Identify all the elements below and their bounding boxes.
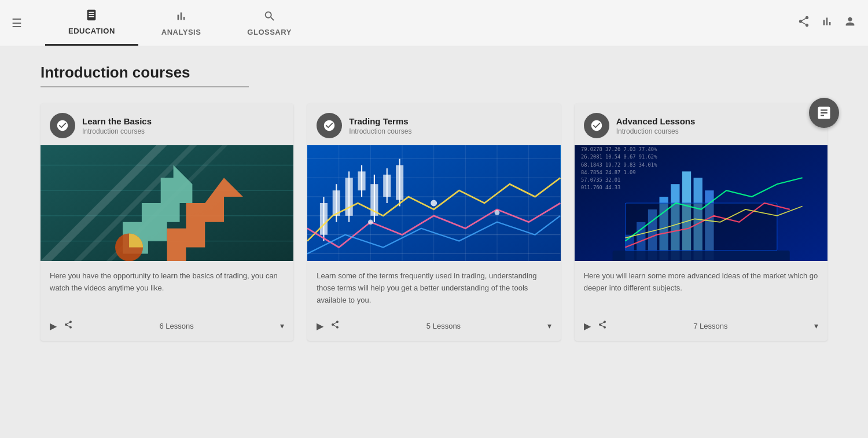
card-footer-basics: ▶ 6 Lessons ▾ [41, 313, 293, 341]
chevron-basics[interactable]: ▾ [280, 321, 284, 330]
card-subtitle-basics: Introduction courses [82, 127, 152, 135]
card-image-trading [307, 145, 560, 261]
card-info-basics: Learn the Basics Introduction courses [82, 116, 152, 135]
tab-analysis[interactable]: ANALYSIS [138, 0, 225, 46]
card-title-trading: Trading Terms [349, 116, 411, 126]
card-body-trading: Learn some of the terms frequently used … [307, 261, 560, 313]
card-info-advanced: Advanced Lessons Introduction courses [616, 116, 696, 135]
main-content: Introduction courses Learn the Basics In… [0, 46, 868, 438]
svg-point-39 [431, 200, 437, 207]
lessons-count-advanced: 7 Lessons [614, 322, 807, 330]
card-body-advanced: Here you will learn some more advanced i… [575, 261, 827, 313]
card-footer-trading: ▶ 5 Lessons ▾ [307, 313, 560, 341]
svg-point-41 [495, 210, 500, 215]
lessons-count-basics: 6 Lessons [80, 322, 273, 330]
card-trading-terms: Trading Terms Introduction courses [307, 104, 560, 341]
card-header-basics: Learn the Basics Introduction courses [41, 104, 293, 145]
section-divider [41, 86, 249, 87]
filter-icon[interactable]: ☰ [12, 16, 22, 30]
card-icon-advanced [584, 113, 609, 138]
glossary-icon [263, 10, 276, 25]
analysis-icon [175, 10, 187, 25]
share-button-trading[interactable] [330, 320, 340, 332]
svg-text:68.1843  19.72  9.83  34.01%: 68.1843 19.72 9.83 34.01% [581, 162, 657, 168]
svg-text:79.0278  37.26  7.03  77.40%: 79.0278 37.26 7.03 77.40% [581, 146, 657, 152]
header: ☰ EDUCATION ANALYSIS GLOSSARY [0, 0, 868, 46]
card-image-basics [41, 145, 293, 261]
card-icon-trading [317, 113, 342, 138]
svg-point-40 [368, 219, 373, 224]
svg-text:26.2081  10.54  0.67  91.62%: 26.2081 10.54 0.67 91.62% [581, 154, 657, 160]
nav-tabs: EDUCATION ANALYSIS GLOSSARY [45, 0, 797, 46]
svg-text:011.760  44.33: 011.760 44.33 [581, 185, 620, 190]
play-button-trading[interactable]: ▶ [317, 321, 323, 332]
calculator-widget[interactable] [809, 98, 839, 128]
share-button-basics[interactable] [64, 320, 73, 332]
play-button-advanced[interactable]: ▶ [584, 321, 591, 332]
svg-rect-57 [612, 251, 789, 261]
card-description-advanced: Here you will learn some more advanced i… [584, 271, 818, 292]
tab-glossary[interactable]: GLOSSARY [224, 0, 314, 46]
tab-glossary-label: GLOSSARY [247, 28, 291, 36]
card-header-advanced: Advanced Lessons Introduction courses [575, 104, 827, 145]
card-body-basics: Here you have the opportunity to learn t… [41, 261, 293, 313]
card-image-advanced: 79.0278 37.26 7.03 77.40% 26.2081 10.54 … [575, 145, 827, 261]
chevron-trading[interactable]: ▾ [547, 321, 551, 330]
lessons-count-trading: 5 Lessons [347, 322, 540, 330]
nav-right-icons [797, 15, 856, 31]
card-subtitle-trading: Introduction courses [349, 127, 411, 135]
card-subtitle-advanced: Introduction courses [616, 127, 696, 135]
stats-icon[interactable] [821, 15, 833, 31]
tab-education-label: EDUCATION [68, 27, 115, 35]
education-icon [85, 9, 98, 24]
share-icon[interactable] [797, 15, 810, 31]
card-icon-basics [50, 113, 75, 138]
svg-text:84.7854  24.87  1.09: 84.7854 24.87 1.09 [581, 170, 636, 175]
card-title-advanced: Advanced Lessons [616, 116, 696, 126]
card-description-basics: Here you have the opportunity to learn t… [50, 271, 278, 292]
card-footer-advanced: ▶ 7 Lessons ▾ [575, 313, 827, 341]
chevron-advanced[interactable]: ▾ [814, 321, 818, 330]
card-info-trading: Trading Terms Introduction courses [349, 116, 411, 135]
cards-grid: Learn the Basics Introduction courses [41, 104, 827, 341]
card-header-trading: Trading Terms Introduction courses [307, 104, 560, 145]
user-icon[interactable] [844, 15, 856, 31]
share-button-advanced[interactable] [598, 320, 607, 332]
section-title: Introduction courses [41, 64, 827, 82]
tab-education[interactable]: EDUCATION [45, 0, 138, 46]
card-advanced: Advanced Lessons Introduction courses 79… [575, 104, 827, 341]
svg-text:57.0735  32.01: 57.0735 32.01 [581, 177, 620, 183]
tab-analysis-label: ANALYSIS [161, 28, 201, 36]
play-button-basics[interactable]: ▶ [50, 321, 57, 332]
card-title-basics: Learn the Basics [82, 116, 152, 126]
card-description-trading: Learn some of the terms frequently used … [317, 271, 536, 304]
card-learn-basics: Learn the Basics Introduction courses [41, 104, 293, 341]
